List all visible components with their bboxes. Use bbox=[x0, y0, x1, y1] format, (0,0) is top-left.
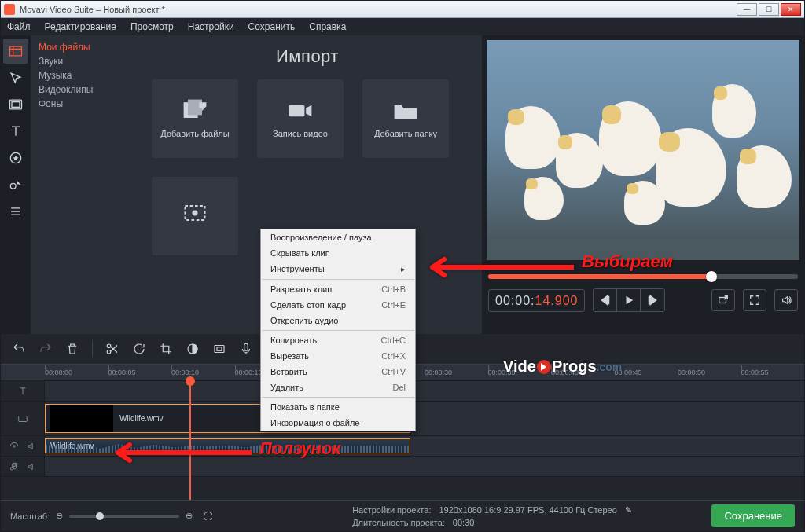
tile-label: Добавить файлы bbox=[160, 129, 229, 138]
ctx-copy[interactable]: КопироватьCtrl+C bbox=[261, 332, 415, 348]
zoom-out-icon[interactable]: ⊖ bbox=[56, 511, 63, 521]
timecode: 00:00:14.900 bbox=[488, 289, 585, 312]
menubar: Файл Редактирование Просмотр Настройки С… bbox=[1, 18, 804, 35]
preview-panel: 00:00:14.900 bbox=[482, 35, 804, 334]
record-vo-button[interactable] bbox=[236, 339, 256, 359]
zoom-label: Масштаб: bbox=[10, 512, 50, 521]
svg-rect-0 bbox=[10, 46, 22, 56]
menu-file[interactable]: Файл bbox=[7, 21, 31, 32]
playhead[interactable] bbox=[189, 381, 191, 500]
svg-point-4 bbox=[10, 183, 16, 189]
ctx-paste[interactable]: ВставитьCtrl+V bbox=[261, 364, 415, 380]
track-head-titles[interactable] bbox=[1, 381, 45, 401]
rail-filters[interactable] bbox=[3, 65, 28, 90]
wizard-button[interactable] bbox=[209, 339, 230, 359]
rotate-button[interactable] bbox=[129, 339, 149, 359]
clip-name: Wildlife.wmv bbox=[119, 414, 164, 423]
export-button[interactable]: Сохранение bbox=[711, 504, 795, 527]
track-audio bbox=[1, 457, 804, 477]
clip-thumb bbox=[50, 405, 113, 432]
svg-rect-13 bbox=[215, 346, 224, 353]
next-frame-button[interactable] bbox=[641, 289, 664, 311]
play-button[interactable] bbox=[617, 289, 641, 311]
svg-rect-2 bbox=[12, 102, 20, 108]
watermark-logo: VideProgs.com bbox=[503, 358, 622, 376]
svg-point-18 bbox=[13, 445, 14, 446]
svg-rect-17 bbox=[18, 416, 27, 421]
menu-save[interactable]: Сохранить bbox=[248, 21, 296, 32]
tile-label: Запись видео bbox=[273, 129, 328, 138]
audio-clip[interactable]: Wildlife.wmv bbox=[45, 438, 410, 453]
track-head-audio[interactable] bbox=[1, 457, 45, 476]
fit-icon[interactable]: ⛶ bbox=[204, 512, 212, 521]
svg-point-10 bbox=[107, 344, 111, 348]
rail-more[interactable] bbox=[3, 199, 28, 224]
import-cat-backgrounds[interactable]: Фоны bbox=[39, 97, 125, 111]
rail-import[interactable] bbox=[3, 39, 28, 64]
import-categories: Мои файлы Звуки Музыка Видеоклипы Фоны bbox=[31, 35, 133, 334]
crop-button[interactable] bbox=[156, 339, 176, 359]
menu-settings[interactable]: Настройки bbox=[188, 21, 234, 32]
edit-project-icon[interactable]: ✎ bbox=[625, 505, 632, 515]
statusbar: Масштаб: ⊖ ⊕ ⛶ Настройки проекта:1920x10… bbox=[1, 500, 804, 531]
ctx-cut[interactable]: ВырезатьCtrl+X bbox=[261, 348, 415, 364]
preview-seekbar[interactable] bbox=[488, 274, 798, 279]
close-button[interactable]: ✕ bbox=[781, 3, 801, 16]
rail-stickers[interactable] bbox=[3, 145, 28, 171]
projdur-label: Длительность проекта: bbox=[352, 518, 445, 527]
svg-rect-7 bbox=[289, 105, 305, 116]
app-icon bbox=[4, 4, 15, 15]
left-rail bbox=[1, 35, 31, 334]
detach-preview-button[interactable] bbox=[711, 289, 735, 311]
menu-view[interactable]: Просмотр bbox=[130, 21, 174, 32]
ctx-play-pause[interactable]: Воспроизведение / пауза bbox=[261, 229, 415, 245]
redo-button[interactable] bbox=[35, 339, 56, 359]
play-icon bbox=[537, 360, 551, 374]
seekbar-fill bbox=[488, 274, 711, 279]
maximize-button[interactable]: ☐ bbox=[759, 3, 779, 16]
track-head-video[interactable] bbox=[1, 402, 45, 435]
zoom-in-icon[interactable]: ⊕ bbox=[186, 511, 193, 521]
menu-edit[interactable]: Редактирование bbox=[45, 21, 116, 32]
projinfo-label: Настройки проекта: bbox=[352, 505, 431, 515]
ctx-detach-audio[interactable]: Открепить аудио bbox=[261, 313, 415, 328]
color-button[interactable] bbox=[182, 339, 203, 359]
import-cat-music[interactable]: Музыка bbox=[39, 68, 125, 83]
rail-titles[interactable] bbox=[3, 119, 28, 144]
volume-button[interactable] bbox=[774, 289, 798, 311]
tile-record-screen[interactable] bbox=[152, 177, 238, 255]
fullscreen-button[interactable] bbox=[743, 289, 766, 311]
svg-point-11 bbox=[107, 350, 111, 354]
svg-rect-15 bbox=[244, 343, 248, 350]
import-title: Импорт bbox=[133, 35, 482, 73]
context-menu: Воспроизведение / пауза Скрывать клип Ин… bbox=[260, 229, 416, 431]
ctx-file-info[interactable]: Информация о файле bbox=[261, 415, 415, 431]
zoom-slider[interactable] bbox=[69, 515, 179, 518]
menu-help[interactable]: Справка bbox=[309, 21, 346, 32]
import-cat-myfiles[interactable]: Мои файлы bbox=[39, 40, 125, 54]
prev-frame-button[interactable] bbox=[594, 289, 617, 311]
svg-point-8 bbox=[192, 210, 197, 215]
tile-add-folder[interactable]: Добавить папку bbox=[362, 79, 449, 158]
track-head-linkaudio[interactable] bbox=[1, 436, 45, 456]
tile-record-video[interactable]: Запись видео bbox=[257, 79, 344, 158]
ctx-split[interactable]: Разрезать клипCtrl+B bbox=[261, 281, 415, 297]
projinfo-value: 1920x1080 16:9 29.97 FPS, 44100 Гц Стере… bbox=[439, 505, 616, 515]
ctx-hide-clip[interactable]: Скрывать клип bbox=[261, 245, 415, 261]
seekbar-knob[interactable] bbox=[706, 271, 717, 282]
tile-add-files[interactable]: Добавить файлы bbox=[152, 79, 238, 158]
tile-label: Добавить папку bbox=[374, 129, 437, 138]
ctx-show-in-folder[interactable]: Показать в папке bbox=[261, 399, 415, 415]
split-button[interactable] bbox=[102, 339, 123, 359]
rail-callouts[interactable] bbox=[3, 172, 28, 197]
import-cat-videoclips[interactable]: Видеоклипы bbox=[39, 83, 125, 97]
import-cat-sounds[interactable]: Звуки bbox=[39, 54, 125, 68]
ctx-delete[interactable]: УдалитьDel bbox=[261, 380, 415, 395]
ctx-freeze-frame[interactable]: Сделать стоп-кадрCtrl+E bbox=[261, 297, 415, 313]
rail-transitions[interactable] bbox=[3, 92, 28, 117]
preview-viewport[interactable] bbox=[487, 40, 799, 260]
delete-button[interactable] bbox=[62, 339, 83, 359]
undo-button[interactable] bbox=[9, 339, 29, 359]
minimize-button[interactable]: — bbox=[737, 3, 757, 16]
ctx-tools[interactable]: Инструменты▸ bbox=[261, 261, 415, 277]
